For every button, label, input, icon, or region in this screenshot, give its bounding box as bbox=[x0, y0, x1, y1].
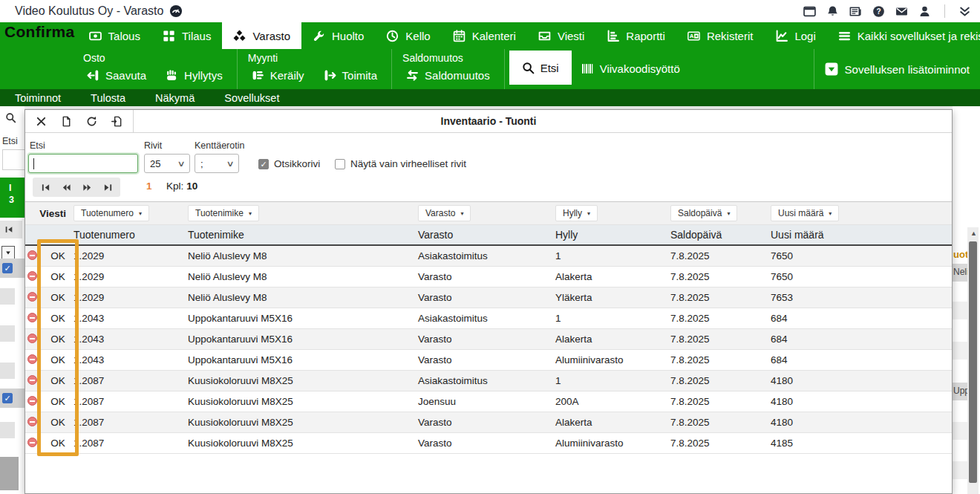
status-cell: OK bbox=[42, 271, 74, 282]
cell-hylly: Alakerta bbox=[555, 417, 670, 428]
first-page-button[interactable] bbox=[36, 179, 54, 195]
row-checkbox[interactable]: ✓ bbox=[2, 263, 13, 273]
column-filter-varasto[interactable]: Varasto▾ bbox=[418, 205, 471, 221]
column-header-saldop-iv[interactable]: Saldopäivä bbox=[670, 229, 771, 241]
nav-item-tilaus[interactable]: Tilaus bbox=[151, 22, 222, 49]
cell-tuotenimike: Uppokantaruuvi M5X16 bbox=[188, 313, 418, 324]
dialog-header: Inventaario - Tuonti bbox=[25, 110, 952, 133]
cell-varasto: Varasto bbox=[418, 417, 555, 428]
refresh-icon[interactable] bbox=[86, 116, 97, 127]
picking-hand-icon bbox=[252, 69, 264, 82]
close-icon[interactable] bbox=[36, 116, 47, 127]
newspaper-icon[interactable] bbox=[849, 5, 862, 18]
nav-item-kaikki-sovellukset-ja-rekisterit[interactable]: Kaikki sovellukset ja rekisterit bbox=[827, 22, 980, 49]
nav-item-label: Kaikki sovellukset ja rekisterit bbox=[858, 30, 980, 42]
column-filter-tuotenimike[interactable]: Tuotenimike▾ bbox=[188, 205, 259, 221]
clock-icon bbox=[386, 30, 399, 42]
remove-row-icon[interactable] bbox=[27, 354, 37, 364]
separator-select[interactable]: ; ∨ bbox=[195, 154, 239, 173]
mail-icon[interactable] bbox=[895, 5, 908, 18]
column-filter-label: Tuotenumero bbox=[81, 208, 134, 218]
cell-uusi-maara: 4180 bbox=[771, 375, 952, 386]
remove-row-icon[interactable] bbox=[27, 313, 37, 322]
new-document-icon[interactable] bbox=[61, 116, 72, 127]
menu-tulosta[interactable]: Tulosta bbox=[91, 92, 145, 104]
subnav-item-ker-ily[interactable]: Keräily bbox=[242, 65, 314, 86]
column-header-tuotenimike[interactable]: Tuotenimike bbox=[188, 229, 418, 241]
double-chevron-down-icon[interactable] bbox=[958, 5, 971, 18]
app-extra-functions-button[interactable]: Sovelluksen lisätoiminnot bbox=[825, 62, 970, 76]
subnav-group-label: Saldomuutos bbox=[402, 52, 463, 64]
status-cell: OK bbox=[42, 250, 74, 261]
nav-item-viesti[interactable]: Viesti bbox=[527, 22, 595, 49]
remove-row-icon[interactable] bbox=[27, 292, 37, 302]
nav-item-rekisterit[interactable]: ARekisterit bbox=[676, 22, 765, 49]
column-header-hylly[interactable]: Hylly bbox=[555, 229, 670, 241]
nav-item-varasto[interactable]: Varasto bbox=[222, 22, 301, 49]
help-icon[interactable]: ? bbox=[872, 5, 885, 18]
nav-item-huolto[interactable]: Huolto bbox=[301, 22, 375, 49]
subnav-item-viivakoodisy-tt[interactable]: Viivakoodisyöttö bbox=[572, 58, 690, 79]
scrollbar-thumb[interactable] bbox=[969, 241, 977, 483]
window-icon[interactable] bbox=[803, 5, 816, 18]
cell-tuotenimike: Neliö Aluslevy M8 bbox=[188, 292, 418, 303]
bell-icon[interactable] bbox=[826, 5, 839, 18]
app-logo: Confirma bbox=[0, 22, 78, 49]
header-row-checkbox[interactable]: ✓ bbox=[258, 159, 269, 169]
remove-row-icon[interactable] bbox=[27, 375, 37, 385]
subnav-item-saavuta[interactable]: Saavuta bbox=[77, 65, 156, 86]
column-filter-hylly[interactable]: Hylly▾ bbox=[555, 205, 598, 221]
swap-arrows-icon bbox=[406, 69, 419, 82]
table-row: OK1.2029Neliö Aluslevy M8Asiakastoimitus… bbox=[25, 246, 952, 267]
user-icon[interactable] bbox=[918, 5, 931, 18]
remove-row-icon[interactable] bbox=[27, 250, 37, 260]
column-header-uusi-m-r[interactable]: Uusi määrä bbox=[771, 229, 952, 241]
remove-row-icon[interactable] bbox=[27, 271, 37, 281]
menu-toiminnot[interactable]: Toiminnot bbox=[15, 92, 80, 104]
last-page-button[interactable] bbox=[99, 179, 117, 195]
cell-varasto: Joensuu bbox=[418, 396, 555, 407]
dialog-search-input[interactable] bbox=[28, 154, 138, 173]
current-page-number[interactable]: 1 bbox=[146, 181, 152, 192]
signin-arrow-icon bbox=[87, 69, 99, 82]
chevron-down-icon: ▾ bbox=[249, 210, 252, 217]
dialog-search-input-field[interactable] bbox=[29, 155, 146, 172]
subnav-item-toimita[interactable]: Toimita bbox=[314, 65, 388, 86]
scroll-up-icon[interactable]: ▲ bbox=[970, 230, 977, 237]
background-row bbox=[0, 325, 15, 342]
nav-item-talous[interactable]: Talous bbox=[78, 22, 151, 49]
errors-only-checkbox[interactable] bbox=[335, 159, 345, 169]
filter-cell: Tuotenumero▾ bbox=[74, 205, 188, 221]
column-header-varasto[interactable]: Varasto bbox=[418, 229, 555, 241]
remove-row-icon[interactable] bbox=[27, 417, 37, 426]
cell-tuotenimike: Uppokantaruuvi M5X16 bbox=[188, 334, 418, 345]
remove-row-icon[interactable] bbox=[27, 438, 37, 447]
column-filter-uusi-m-r[interactable]: Uusi määrä▾ bbox=[771, 205, 839, 221]
cell-saldopaiva: 7.8.2025 bbox=[670, 334, 771, 345]
menu-n-kym[interactable]: Näkymä bbox=[155, 92, 214, 104]
subnav-item-saldomuutos[interactable]: Saldomuutos bbox=[396, 65, 500, 86]
first-page-icon[interactable] bbox=[0, 221, 22, 238]
import-icon[interactable] bbox=[111, 116, 122, 127]
column-filter-tuotenumero[interactable]: Tuotenumero▾ bbox=[74, 205, 149, 221]
dropdown-arrow-icon[interactable] bbox=[1, 246, 15, 259]
nav-item-logi[interactable]: Logi bbox=[764, 22, 826, 49]
subnav-item-hyllytys[interactable]: Hyllytys bbox=[156, 65, 232, 86]
nav-item-kalenteri[interactable]: Kalenteri bbox=[442, 22, 527, 49]
prev-page-button[interactable] bbox=[57, 179, 75, 195]
column-filter-saldop-iv[interactable]: Saldopäivä▾ bbox=[670, 205, 737, 221]
nav-item-label: Rekisterit bbox=[707, 30, 754, 42]
background-search-input[interactable] bbox=[2, 149, 24, 170]
next-page-button[interactable] bbox=[78, 179, 96, 195]
menu-sovellukset[interactable]: Sovellukset bbox=[224, 92, 298, 104]
barcode-icon bbox=[581, 62, 594, 75]
row-checkbox[interactable]: ✓ bbox=[2, 393, 13, 403]
remove-row-icon[interactable] bbox=[27, 334, 37, 343]
nav-item-raportti[interactable]: Raportti bbox=[595, 22, 676, 49]
column-header-tuotenumero[interactable]: Tuotenumero bbox=[74, 229, 188, 241]
table-row: OK1.2029Neliö Aluslevy M8VarastoAlakerta… bbox=[25, 267, 952, 287]
cell-hylly: 1 bbox=[555, 250, 670, 261]
rows-select[interactable]: 25 ∨ bbox=[144, 154, 190, 173]
nav-item-kello[interactable]: Kello bbox=[375, 22, 441, 49]
remove-row-icon[interactable] bbox=[27, 396, 37, 406]
